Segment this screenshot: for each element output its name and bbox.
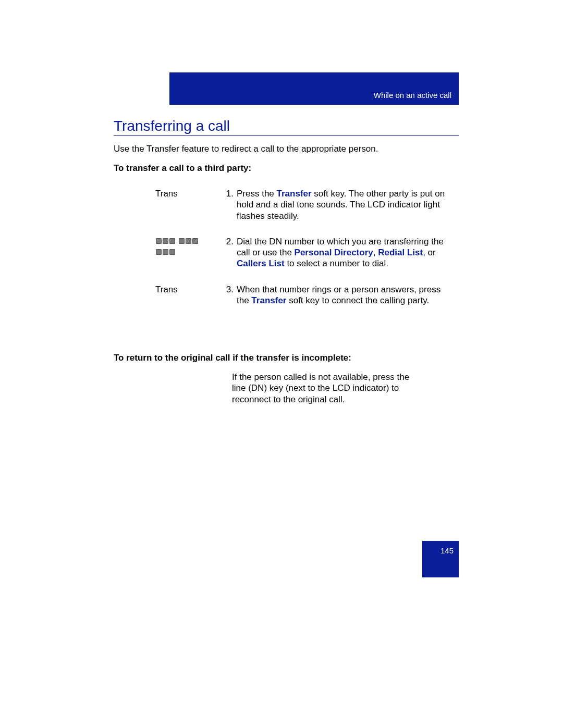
step-1: Trans 1. Press the Transfer soft key. Th…: [155, 188, 447, 221]
header-band: While on an active call: [169, 72, 459, 105]
step-2-keyword-3: Callers List: [237, 258, 285, 268]
step-1-number: 1.: [218, 188, 237, 199]
intro-paragraph: Use the Transfer feature to redirect a c…: [114, 143, 447, 154]
step-1-text: Press the Transfer soft key. The other p…: [237, 188, 447, 221]
steps-list: Trans 1. Press the Transfer soft key. Th…: [155, 188, 447, 306]
step-2-keyword-1: Personal Directory: [295, 248, 373, 257]
document-page: While on an active call Transferring a c…: [0, 0, 563, 728]
page-number-box: 145: [422, 541, 459, 577]
step-3: Trans 3. When that number rings or a per…: [155, 284, 447, 306]
page-number: 145: [440, 546, 454, 556]
step-2-post: to select a number to dial.: [285, 258, 388, 268]
step-3-left-label: Trans: [155, 284, 218, 295]
step-2-mid-1: ,: [373, 248, 378, 257]
keypad-icon: [155, 236, 218, 258]
step-1-pre: Press the: [237, 189, 277, 199]
step-2-mid-2: , or: [423, 248, 436, 257]
heading-rule: [114, 135, 459, 136]
subheading-transfer: To transfer a call to a third party:: [114, 163, 251, 174]
step-2-text: Dial the DN number to which you are tran…: [237, 236, 447, 269]
step-2-keyword-2: Redial List: [378, 248, 423, 257]
step-3-post: soft key to connect the calling party.: [286, 295, 429, 305]
step-1-left-label: Trans: [155, 188, 218, 199]
step-2: 2. Dial the DN number to which you are t…: [155, 236, 447, 269]
step-2-left: [155, 236, 218, 258]
step-3-text: When that number rings or a person answe…: [237, 284, 447, 306]
return-paragraph: If the person called is not available, p…: [232, 372, 420, 405]
step-3-keyword: Transfer: [251, 295, 286, 305]
step-2-number: 2.: [218, 236, 237, 247]
section-heading: Transferring a call: [114, 117, 230, 135]
step-3-number: 3.: [218, 284, 237, 295]
step-1-keyword: Transfer: [277, 189, 312, 199]
subheading-return: To return to the original call if the tr…: [114, 352, 351, 363]
header-section-label: While on an active call: [374, 91, 451, 101]
